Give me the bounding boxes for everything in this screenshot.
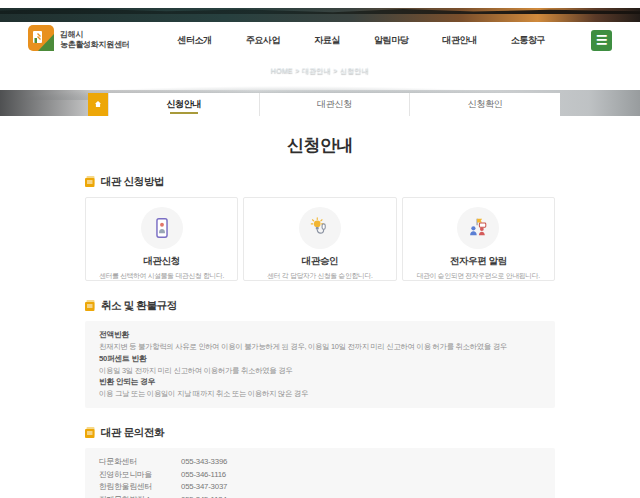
- rule-desc: 천재지변 등 불가항력의 사유로 인하여 이용이 불가능하게 된 경우, 이용일…: [99, 341, 541, 352]
- top-banner-image-sliver: [0, 8, 640, 22]
- card-email-notification: 전자우편 알림 대관이 승인되면 전자우편으로 안내됩니다.: [402, 197, 555, 281]
- center-name: 한림한울림센터: [99, 481, 181, 494]
- document-icon: [85, 297, 96, 315]
- card-desc: 센터를 선택하여 시설물을 대관신청 합니다.: [92, 271, 231, 281]
- nav-item-main-business[interactable]: 주요사업: [246, 34, 280, 47]
- house-logo-icon: [28, 25, 54, 55]
- phone-number: 055-345-1134: [181, 494, 227, 498]
- site-logo-text: 김해시 농촌활성화지원센터: [60, 30, 129, 50]
- phone-number: 055-343-3396: [181, 456, 227, 469]
- center-name: 진례문화발전소: [99, 494, 181, 498]
- main-content: 신청안내 대관 신청방법: [85, 134, 555, 498]
- nav-item-center-intro[interactable]: 센터소개: [177, 34, 211, 47]
- mountain-silhouette: [0, 8, 640, 14]
- nav-item-resources[interactable]: 자료실: [314, 34, 340, 47]
- card-title: 대관신청: [92, 255, 231, 268]
- hamburger-menu-button[interactable]: ☰: [591, 30, 612, 51]
- site-logo[interactable]: 김해시 농촌활성화지원센터: [28, 25, 129, 55]
- section-heading-label: 대관 신청방법: [101, 175, 164, 189]
- card-desc: 대관이 승인되면 전자우편으로 안내됩니다.: [409, 271, 548, 281]
- sub-tabbar: 신청안내 대관신청 신청확인: [88, 93, 560, 116]
- nav-item-communication[interactable]: 소통창구: [511, 34, 545, 47]
- center-name: 진영하모니마을: [99, 469, 181, 482]
- phone-row: 다문화센터 055-343-3396: [99, 456, 541, 469]
- card-rental-approval: 대관승인 센터 각 담당자가 신청을 승인합니다.: [243, 197, 396, 281]
- tab-rental-application[interactable]: 대관신청: [259, 93, 410, 116]
- hero-banner: 대관안내 HOME > 대관안내 > 신청안내 신청안내 대관신청 신청확인: [0, 58, 640, 116]
- rule-title: 반환 안되는 경우: [99, 376, 541, 388]
- document-icon: [85, 424, 96, 442]
- method-cards: 대관신청 센터를 선택하여 시설물을 대관신청 합니다. 대관승인: [85, 197, 555, 281]
- section-heading-label: 취소 및 환불규정: [101, 299, 177, 313]
- page: 김해시 농촌활성화지원센터 센터소개 주요사업 자료실 알림마당 대관안내 소통…: [0, 0, 640, 498]
- rule-desc: 이용 그날 또는 이용일이 지날 때까지 취소 또는 이용하지 않은 경우: [99, 388, 541, 399]
- bulb-plug-icon: [299, 207, 341, 249]
- section-heading-label: 대관 문의전화: [101, 426, 164, 440]
- phone-row: 진례문화발전소 055-345-1134: [99, 494, 541, 498]
- phone-row: 한림한울림센터 055-347-3037: [99, 481, 541, 494]
- card-title: 전자우편 알림: [409, 255, 548, 268]
- page-title: 신청안내: [85, 134, 555, 157]
- card-title: 대관승인: [250, 255, 389, 268]
- refund-rules-box: 전액반환 천재지변 등 불가항력의 사유로 인하여 이용이 불가능하게 된 경우…: [85, 321, 555, 408]
- card-desc: 센터 각 담당자가 신청을 승인합니다.: [250, 271, 389, 281]
- people-flag-icon: [457, 207, 499, 249]
- door-person-icon: [141, 207, 183, 249]
- section-rental-method: 대관 신청방법 대관신청 센터를 선택하여 시설물을 대관신청 합니다.: [85, 173, 555, 281]
- phone-number: 055-347-3037: [181, 481, 227, 494]
- rule-title: 전액반환: [99, 329, 541, 341]
- phone-row: 진영하모니마을 055-346-1116: [99, 469, 541, 482]
- section-heading: 대관 신청방법: [85, 173, 555, 191]
- section-heading: 대관 문의전화: [85, 424, 555, 442]
- breadcrumb: HOME > 대관안내 > 신청안내: [0, 66, 640, 76]
- center-name: 다문화센터: [99, 456, 181, 469]
- tab-application-check[interactable]: 신청확인: [409, 93, 560, 116]
- card-rental-application: 대관신청 센터를 선택하여 시설물을 대관신청 합니다.: [85, 197, 238, 281]
- contact-phones-box: 다문화센터 055-343-3396 진영하모니마을 055-346-1116 …: [85, 448, 555, 498]
- phone-number: 055-346-1116: [181, 469, 226, 482]
- section-heading: 취소 및 환불규정: [85, 297, 555, 315]
- site-header: 김해시 농촌활성화지원센터 센터소개 주요사업 자료실 알림마당 대관안내 소통…: [0, 22, 640, 58]
- tab-application-guide[interactable]: 신청안내: [108, 93, 259, 116]
- home-tab-button[interactable]: [88, 93, 108, 116]
- nav-item-rental[interactable]: 대관안내: [442, 34, 476, 47]
- nav-item-notices[interactable]: 알림마당: [374, 34, 408, 47]
- document-icon: [85, 173, 96, 191]
- main-nav: 센터소개 주요사업 자료실 알림마당 대관안내 소통창구: [177, 34, 545, 47]
- rule-desc: 이용일 3일 전까지 미리 신고하여 이용허가를 취소하였을 경우: [99, 365, 541, 376]
- section-refund-rules: 취소 및 환불규정 전액반환 천재지변 등 불가항력의 사유로 인하여 이용이 …: [85, 297, 555, 408]
- rule-title: 50퍼센트 반환: [99, 353, 541, 365]
- section-contact-phones: 대관 문의전화 다문화센터 055-343-3396 진영하모니마을 055-3…: [85, 424, 555, 498]
